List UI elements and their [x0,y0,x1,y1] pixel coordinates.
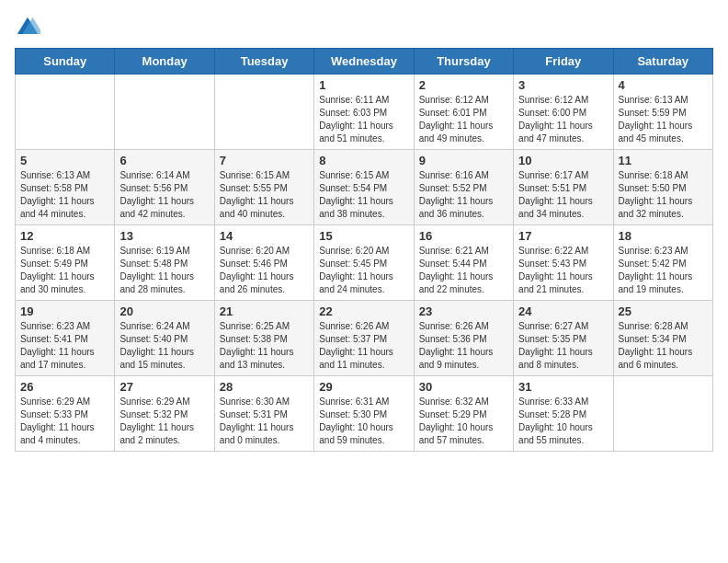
cell-info: Sunrise: 6:26 AM Sunset: 5:37 PM Dayligh… [319,320,408,372]
calendar-cell: 31Sunrise: 6:33 AM Sunset: 5:28 PM Dayli… [514,376,613,452]
day-number: 1 [319,78,408,92]
day-number: 7 [220,154,309,167]
logo-icon [15,15,40,40]
calendar-cell: 23Sunrise: 6:26 AM Sunset: 5:36 PM Dayli… [414,301,513,376]
calendar-cell: 14Sunrise: 6:20 AM Sunset: 5:46 PM Dayli… [214,225,313,301]
day-number: 30 [419,380,508,394]
calendar-week-row: 19Sunrise: 6:23 AM Sunset: 5:41 PM Dayli… [16,301,713,376]
cell-info: Sunrise: 6:20 AM Sunset: 5:45 PM Dayligh… [319,245,408,296]
cell-info: Sunrise: 6:18 AM Sunset: 5:49 PM Dayligh… [20,245,109,296]
calendar-cell: 21Sunrise: 6:25 AM Sunset: 5:38 PM Dayli… [214,301,313,376]
calendar-cell: 13Sunrise: 6:19 AM Sunset: 5:48 PM Dayli… [115,225,214,301]
calendar-cell [115,75,214,150]
cell-info: Sunrise: 6:12 AM Sunset: 6:00 PM Dayligh… [518,94,608,145]
calendar-cell: 30Sunrise: 6:32 AM Sunset: 5:29 PM Dayli… [414,376,513,452]
calendar-cell: 17Sunrise: 6:22 AM Sunset: 5:43 PM Dayli… [514,225,613,301]
day-number: 21 [220,304,309,318]
calendar-cell: 11Sunrise: 6:18 AM Sunset: 5:50 PM Dayli… [613,150,712,225]
calendar-cell: 29Sunrise: 6:31 AM Sunset: 5:30 PM Dayli… [314,376,414,452]
calendar-cell: 26Sunrise: 6:29 AM Sunset: 5:33 PM Dayli… [16,376,115,452]
calendar-cell: 10Sunrise: 6:17 AM Sunset: 5:51 PM Dayli… [514,150,613,225]
calendar-cell: 1Sunrise: 6:11 AM Sunset: 6:03 PM Daylig… [314,75,414,150]
cell-info: Sunrise: 6:13 AM Sunset: 5:59 PM Dayligh… [619,94,708,145]
day-number: 27 [119,380,209,394]
day-number: 17 [518,229,608,243]
cell-info: Sunrise: 6:19 AM Sunset: 5:48 PM Dayligh… [119,245,209,296]
cell-info: Sunrise: 6:29 AM Sunset: 5:33 PM Dayligh… [20,396,109,447]
day-number: 15 [319,229,408,243]
calendar-cell [16,75,115,150]
cell-info: Sunrise: 6:23 AM Sunset: 5:41 PM Dayligh… [20,320,109,372]
day-number: 25 [619,304,708,318]
day-number: 24 [518,304,608,318]
calendar-week-row: 1Sunrise: 6:11 AM Sunset: 6:03 PM Daylig… [16,75,713,150]
day-of-week-header: Friday [514,49,613,75]
calendar-cell: 4Sunrise: 6:13 AM Sunset: 5:59 PM Daylig… [613,75,712,150]
day-number: 22 [319,304,408,318]
cell-info: Sunrise: 6:15 AM Sunset: 5:54 PM Dayligh… [319,169,408,221]
cell-info: Sunrise: 6:18 AM Sunset: 5:50 PM Dayligh… [619,169,708,221]
day-of-week-header: Thursday [414,49,513,75]
day-number: 4 [619,78,708,92]
day-number: 12 [20,229,109,243]
cell-info: Sunrise: 6:11 AM Sunset: 6:03 PM Dayligh… [319,94,408,145]
cell-info: Sunrise: 6:32 AM Sunset: 5:29 PM Dayligh… [419,396,508,447]
calendar-cell: 22Sunrise: 6:26 AM Sunset: 5:37 PM Dayli… [314,301,414,376]
cell-info: Sunrise: 6:25 AM Sunset: 5:38 PM Dayligh… [220,320,309,372]
cell-info: Sunrise: 6:12 AM Sunset: 6:01 PM Dayligh… [419,94,508,145]
calendar-week-row: 12Sunrise: 6:18 AM Sunset: 5:49 PM Dayli… [16,225,713,301]
calendar-cell: 16Sunrise: 6:21 AM Sunset: 5:44 PM Dayli… [414,225,513,301]
day-number: 29 [319,380,408,394]
calendar-cell: 28Sunrise: 6:30 AM Sunset: 5:31 PM Dayli… [214,376,313,452]
cell-info: Sunrise: 6:23 AM Sunset: 5:42 PM Dayligh… [619,245,708,296]
cell-info: Sunrise: 6:16 AM Sunset: 5:52 PM Dayligh… [419,169,508,221]
day-of-week-header: Wednesday [314,49,414,75]
day-number: 10 [518,154,608,167]
cell-info: Sunrise: 6:14 AM Sunset: 5:56 PM Dayligh… [119,169,209,221]
cell-info: Sunrise: 6:24 AM Sunset: 5:40 PM Dayligh… [119,320,209,372]
day-number: 6 [119,154,209,167]
day-number: 26 [20,380,109,394]
cell-info: Sunrise: 6:15 AM Sunset: 5:55 PM Dayligh… [220,169,309,221]
calendar-cell: 8Sunrise: 6:15 AM Sunset: 5:54 PM Daylig… [314,150,414,225]
calendar-cell: 27Sunrise: 6:29 AM Sunset: 5:32 PM Dayli… [115,376,214,452]
day-number: 20 [119,304,209,318]
calendar-cell: 9Sunrise: 6:16 AM Sunset: 5:52 PM Daylig… [414,150,513,225]
cell-info: Sunrise: 6:26 AM Sunset: 5:36 PM Dayligh… [419,320,508,372]
page-header [15,15,713,40]
cell-info: Sunrise: 6:30 AM Sunset: 5:31 PM Dayligh… [220,396,309,447]
day-number: 9 [419,154,508,167]
calendar-cell [613,376,712,452]
day-of-week-header: Monday [115,49,214,75]
day-of-week-header: Saturday [613,49,712,75]
day-number: 28 [220,380,309,394]
calendar-cell: 15Sunrise: 6:20 AM Sunset: 5:45 PM Dayli… [314,225,414,301]
calendar-cell: 24Sunrise: 6:27 AM Sunset: 5:35 PM Dayli… [514,301,613,376]
cell-info: Sunrise: 6:27 AM Sunset: 5:35 PM Dayligh… [518,320,608,372]
calendar-cell: 18Sunrise: 6:23 AM Sunset: 5:42 PM Dayli… [613,225,712,301]
day-number: 11 [619,154,708,167]
calendar-cell: 3Sunrise: 6:12 AM Sunset: 6:00 PM Daylig… [514,75,613,150]
calendar-cell: 2Sunrise: 6:12 AM Sunset: 6:01 PM Daylig… [414,75,513,150]
calendar-cell: 20Sunrise: 6:24 AM Sunset: 5:40 PM Dayli… [115,301,214,376]
day-number: 31 [518,380,608,394]
day-of-week-header: Sunday [16,49,115,75]
calendar-week-row: 26Sunrise: 6:29 AM Sunset: 5:33 PM Dayli… [16,376,713,452]
calendar-cell: 7Sunrise: 6:15 AM Sunset: 5:55 PM Daylig… [214,150,313,225]
cell-info: Sunrise: 6:21 AM Sunset: 5:44 PM Dayligh… [419,245,508,296]
day-number: 3 [518,78,608,92]
calendar-cell: 6Sunrise: 6:14 AM Sunset: 5:56 PM Daylig… [115,150,214,225]
cell-info: Sunrise: 6:17 AM Sunset: 5:51 PM Dayligh… [518,169,608,221]
calendar-header-row: SundayMondayTuesdayWednesdayThursdayFrid… [16,49,713,75]
cell-info: Sunrise: 6:29 AM Sunset: 5:32 PM Dayligh… [119,396,209,447]
day-number: 14 [220,229,309,243]
day-number: 2 [419,78,508,92]
cell-info: Sunrise: 6:31 AM Sunset: 5:30 PM Dayligh… [319,396,408,447]
day-number: 23 [419,304,508,318]
calendar-week-row: 5Sunrise: 6:13 AM Sunset: 5:58 PM Daylig… [16,150,713,225]
day-number: 13 [119,229,209,243]
day-number: 19 [20,304,109,318]
day-number: 16 [419,229,508,243]
day-number: 18 [619,229,708,243]
day-of-week-header: Tuesday [214,49,313,75]
